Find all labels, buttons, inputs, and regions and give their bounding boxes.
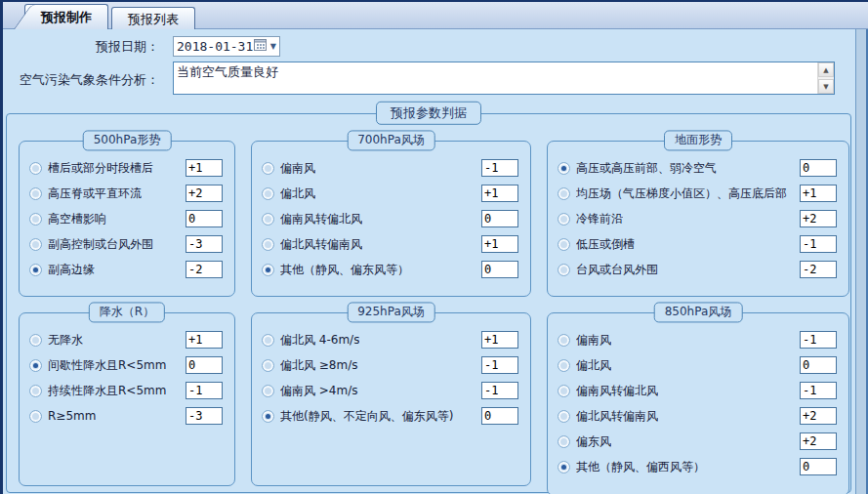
option-input[interactable] — [800, 432, 837, 450]
scroll-up-icon[interactable]: ▲ — [818, 62, 834, 77]
option-label: 偏北风 — [576, 357, 611, 374]
radio-button[interactable] — [29, 334, 42, 347]
group-title: 850hPa风场 — [654, 302, 743, 322]
option-input[interactable] — [800, 331, 837, 349]
tab-label: 预报制作 — [41, 10, 92, 24]
radio-button[interactable] — [558, 162, 570, 175]
radio-button[interactable] — [558, 410, 570, 423]
radio-button[interactable] — [29, 238, 42, 251]
analysis-text: 当前空气质量良好 — [177, 63, 814, 81]
option-label: 偏南风转偏北风 — [576, 383, 658, 399]
criteria-group: 降水（R） 无降水 间歇性降水且R<5mm 持续性降水且R<5mm — [19, 312, 235, 486]
analysis-row: 空气污染气象条件分析： 当前空气质量良好 ▲ ▼ — [3, 62, 835, 95]
radio-button[interactable] — [29, 385, 42, 397]
option-label: 其他(静风、不定向风、偏东风等) — [280, 408, 453, 425]
radio-button[interactable] — [558, 385, 570, 397]
option-input[interactable] — [186, 185, 223, 202]
option-input[interactable] — [186, 331, 223, 349]
option-row: 高压脊或平直环流 — [29, 181, 223, 206]
option-input[interactable] — [481, 210, 518, 227]
option-row: 高压或高压前部、弱冷空气 — [558, 155, 837, 181]
radio-button[interactable] — [29, 213, 42, 226]
radio-button[interactable] — [262, 410, 274, 423]
option-label: 均压场（气压梯度小值区）、高压底后部 — [576, 185, 787, 202]
option-input[interactable] — [800, 261, 837, 278]
option-input[interactable] — [481, 382, 518, 399]
radio-button[interactable] — [558, 461, 570, 473]
option-input[interactable] — [186, 210, 223, 227]
option-input[interactable] — [800, 407, 837, 425]
radio-button[interactable] — [29, 264, 42, 276]
window-left-edge — [0, 0, 3, 494]
radio-button[interactable] — [262, 359, 274, 372]
option-label: 偏北风 — [280, 185, 315, 202]
radio-button[interactable] — [29, 187, 42, 200]
tab-forecast-production[interactable]: 预报制作 — [24, 4, 108, 29]
option-input[interactable] — [800, 159, 837, 177]
criteria-group: 500hPa形势 槽后或部分时段槽后 高压脊或平直环流 高空槽影响 — [19, 141, 235, 297]
option-label: 偏南风 — [280, 160, 315, 177]
radio-button[interactable] — [558, 213, 570, 226]
radio-button[interactable] — [262, 264, 274, 276]
option-row: 其他(静风、不定向风、偏东风等) — [262, 403, 518, 429]
radio-button[interactable] — [262, 238, 274, 251]
option-label: 偏北风 ≥8m/s — [280, 357, 358, 374]
group-title: 700hPa风场 — [347, 130, 435, 150]
option-label: 偏东风 — [576, 433, 611, 450]
criteria-legend: 预报参数判据 — [376, 102, 481, 125]
option-input[interactable] — [481, 261, 518, 278]
option-input[interactable] — [186, 382, 223, 399]
option-label: 高空槽影响 — [48, 211, 106, 227]
tab-forecast-list[interactable]: 预报列表 — [111, 7, 195, 29]
option-label: 副高控制或台风外围 — [48, 236, 153, 253]
radio-button[interactable] — [29, 162, 42, 175]
radio-button[interactable] — [558, 359, 570, 372]
option-label: 无降水 — [48, 332, 83, 349]
radio-button[interactable] — [558, 187, 570, 200]
radio-button[interactable] — [558, 264, 570, 276]
radio-button[interactable] — [558, 435, 570, 448]
option-input[interactable] — [800, 382, 837, 399]
option-input[interactable] — [186, 261, 223, 278]
option-input[interactable] — [800, 458, 837, 475]
option-input[interactable] — [186, 356, 223, 374]
option-input[interactable] — [800, 235, 837, 253]
textarea-scrollbar[interactable]: ▲ ▼ — [817, 62, 834, 94]
option-input[interactable] — [481, 331, 518, 349]
date-value: 2018-01-31 — [177, 39, 254, 54]
option-input[interactable] — [481, 356, 518, 374]
option-input[interactable] — [186, 235, 223, 253]
option-row: 偏北风 ≥8m/s — [262, 352, 518, 378]
radio-button[interactable] — [29, 359, 42, 372]
radio-button[interactable] — [262, 334, 274, 347]
option-row: 冷锋前沿 — [558, 206, 837, 231]
radio-button[interactable] — [262, 162, 274, 175]
date-picker[interactable]: 2018-01-31 ▼ — [173, 36, 280, 57]
option-input[interactable] — [186, 159, 223, 177]
scroll-down-icon[interactable]: ▼ — [818, 79, 834, 94]
option-label: 其他（静风、偏西风等） — [576, 459, 705, 475]
option-input[interactable] — [481, 159, 518, 177]
option-input[interactable] — [800, 356, 837, 374]
option-input[interactable] — [481, 407, 518, 425]
calendar-icon — [254, 39, 267, 54]
option-row: 偏北风 — [558, 352, 837, 378]
option-input[interactable] — [186, 407, 223, 425]
option-row: 高空槽影响 — [29, 206, 223, 231]
radio-button[interactable] — [262, 187, 274, 200]
radio-button[interactable] — [262, 213, 274, 226]
option-input[interactable] — [800, 185, 837, 202]
option-input[interactable] — [800, 210, 837, 227]
dropdown-arrow-icon[interactable]: ▼ — [269, 42, 276, 51]
analysis-textarea[interactable]: 当前空气质量良好 ▲ ▼ — [173, 62, 835, 95]
option-row: 槽后或部分时段槽后 — [29, 155, 223, 181]
option-row: 副高控制或台风外围 — [29, 231, 223, 257]
radio-button[interactable] — [262, 385, 274, 397]
option-input[interactable] — [481, 185, 518, 202]
radio-button[interactable] — [558, 334, 570, 347]
option-input[interactable] — [481, 235, 518, 253]
radio-button[interactable] — [558, 238, 570, 251]
radio-button[interactable] — [29, 410, 42, 423]
option-row: 其他（静风、偏东风等） — [262, 257, 518, 282]
option-label: 偏南风 — [576, 332, 611, 349]
